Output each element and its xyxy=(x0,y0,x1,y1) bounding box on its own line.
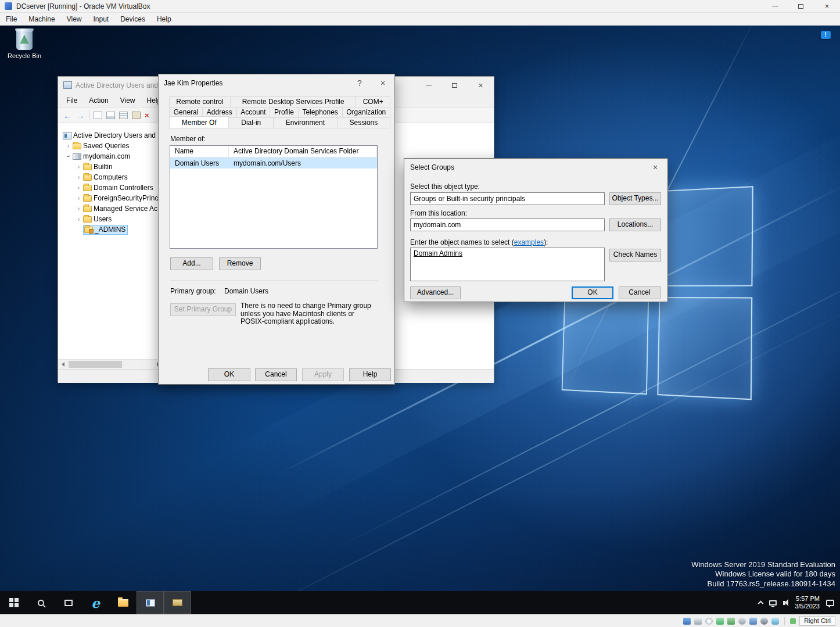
chevron-right-icon[interactable]: › xyxy=(74,195,83,202)
clipboard-icon[interactable] xyxy=(132,112,141,119)
action-center-icon[interactable] xyxy=(826,600,834,606)
tab-dial-in[interactable]: Dial-in xyxy=(228,117,273,128)
location-field[interactable] xyxy=(410,218,605,231)
export-list-icon[interactable] xyxy=(106,112,115,119)
object-type-field[interactable] xyxy=(410,192,605,205)
aduc-maximize-button[interactable] xyxy=(441,77,468,94)
tree-item-saved-queries[interactable]: › Saved Queries xyxy=(58,141,163,151)
minimize-button[interactable] xyxy=(762,0,788,13)
tree-item-builtin[interactable]: › Builtin xyxy=(58,162,163,172)
shared-folders-status-icon[interactable] xyxy=(749,618,757,625)
back-arrow-icon[interactable]: ← xyxy=(63,111,72,120)
tab-sessions[interactable]: Sessions xyxy=(337,117,390,128)
cancel-button[interactable]: Cancel xyxy=(255,368,297,381)
recycle-bin-shortcut[interactable]: Recycle Bin xyxy=(7,30,42,59)
examples-link[interactable]: examples xyxy=(514,238,544,246)
set-primary-group-button[interactable]: Set Primary Group xyxy=(170,303,236,316)
start-button[interactable] xyxy=(0,591,27,614)
forward-arrow-icon[interactable]: → xyxy=(76,111,85,120)
display-status-icon[interactable] xyxy=(683,618,691,625)
tab-organization[interactable]: Organization xyxy=(342,107,390,118)
close-button[interactable]: × xyxy=(814,0,840,13)
menu-input[interactable]: Input xyxy=(88,13,115,26)
tab-com-plus[interactable]: COM+ xyxy=(356,96,390,108)
tree-item-root[interactable]: Active Directory Users and C xyxy=(58,130,163,141)
tree-item-foreign-security-principals[interactable]: › ForeignSecurityPrinc xyxy=(58,193,163,203)
network-status-icon[interactable] xyxy=(727,618,735,625)
tree-item-users[interactable]: › Users xyxy=(58,214,163,224)
chevron-right-icon[interactable]: › xyxy=(64,142,73,149)
object-types-button[interactable]: Object Types... xyxy=(609,192,661,205)
taskbar-server-manager-running[interactable] xyxy=(164,591,191,614)
taskbar-clock[interactable]: 5:57 PM 3/5/2023 xyxy=(795,595,820,610)
scroll-left-arrow[interactable] xyxy=(58,360,68,369)
tray-overflow-chevron-icon[interactable] xyxy=(758,601,764,607)
taskbar-search-button[interactable] xyxy=(27,591,55,614)
tab-telephones[interactable]: Telephones xyxy=(298,107,343,118)
properties-icon[interactable] xyxy=(119,112,128,119)
tab-environment[interactable]: Environment xyxy=(273,117,338,128)
check-names-button[interactable]: Check Names xyxy=(609,249,661,261)
chevron-right-icon[interactable]: › xyxy=(74,174,83,181)
help-button[interactable]: Help xyxy=(349,368,391,381)
horizontal-scrollbar[interactable] xyxy=(58,359,163,369)
column-header-folder[interactable]: Active Directory Domain Services Folder xyxy=(229,146,377,157)
aduc-minimize-button[interactable] xyxy=(415,77,441,94)
volume-icon[interactable] xyxy=(783,601,785,605)
tab-profile[interactable]: Profile xyxy=(270,107,298,118)
chevron-right-icon[interactable]: › xyxy=(74,205,83,212)
vbox-notification-icon[interactable]: ! xyxy=(821,31,831,39)
properties-help-button[interactable]: ? xyxy=(348,74,371,91)
tree-item-admins[interactable]: _ADMINS xyxy=(58,224,163,235)
menu-devices[interactable]: Devices xyxy=(114,13,151,26)
taskbar-internet-explorer[interactable]: e xyxy=(82,591,109,614)
recording-status-icon[interactable] xyxy=(760,618,768,625)
locations-button[interactable]: Locations... xyxy=(609,218,661,231)
chevron-down-icon[interactable]: › xyxy=(65,152,72,161)
tree-item-managed-service-accounts[interactable]: › Managed Service Ac xyxy=(58,203,163,214)
aduc-close-button[interactable]: × xyxy=(468,77,494,94)
chevron-right-icon[interactable]: › xyxy=(74,163,83,170)
network-icon[interactable] xyxy=(769,600,777,605)
chevron-right-icon[interactable]: › xyxy=(74,216,83,223)
menu-view[interactable]: View xyxy=(61,13,88,26)
menu-file[interactable]: File xyxy=(0,13,23,26)
tree-item-computers[interactable]: › Computers xyxy=(58,172,163,182)
delete-icon[interactable]: × xyxy=(145,111,149,120)
hard-disk-status-icon[interactable] xyxy=(694,618,702,625)
remove-button[interactable]: Remove xyxy=(219,257,261,270)
properties-close-button[interactable]: × xyxy=(371,74,394,91)
mouse-integration-icon[interactable] xyxy=(771,618,779,625)
taskbar-aduc-running[interactable] xyxy=(137,591,164,614)
select-groups-ok-button[interactable]: OK xyxy=(572,286,613,299)
aduc-menu-view[interactable]: View xyxy=(114,94,141,108)
document-icon[interactable] xyxy=(94,112,102,119)
scrollbar-thumb[interactable] xyxy=(69,361,122,368)
select-groups-close-button[interactable]: × xyxy=(643,159,667,175)
aduc-menu-action[interactable]: Action xyxy=(83,94,114,108)
tree-item-domain-controllers[interactable]: › Domain Controllers xyxy=(58,182,163,193)
add-button[interactable]: Add... xyxy=(170,257,213,270)
task-view-button[interactable] xyxy=(55,591,82,614)
tab-remote-desktop-services-profile[interactable]: Remote Desktop Services Profile xyxy=(230,96,357,108)
tree-item-mydomain[interactable]: › mydomain.com xyxy=(58,151,163,162)
ok-button[interactable]: OK xyxy=(208,368,250,381)
maximize-button[interactable] xyxy=(788,0,814,13)
optical-disk-status-icon[interactable] xyxy=(705,618,713,625)
aduc-menu-file[interactable]: File xyxy=(60,94,83,108)
tab-member-of[interactable]: Member Of xyxy=(169,116,229,128)
tab-remote-control[interactable]: Remote control xyxy=(169,96,231,108)
object-names-input[interactable]: Domain Admins xyxy=(410,248,605,281)
member-of-row[interactable]: Domain Users mydomain.com/Users xyxy=(170,157,377,169)
menu-help[interactable]: Help xyxy=(151,13,177,26)
tab-account[interactable]: Account xyxy=(236,107,271,118)
audio-status-icon[interactable] xyxy=(716,618,724,625)
advanced-button[interactable]: Advanced... xyxy=(410,286,461,299)
chevron-right-icon[interactable]: › xyxy=(74,184,83,191)
taskbar-file-explorer[interactable] xyxy=(109,591,137,614)
usb-status-icon[interactable] xyxy=(738,618,746,625)
apply-button[interactable]: Apply xyxy=(302,368,344,381)
column-header-name[interactable]: Name xyxy=(170,146,229,157)
menu-machine[interactable]: Machine xyxy=(23,13,60,26)
select-groups-cancel-button[interactable]: Cancel xyxy=(619,286,660,299)
